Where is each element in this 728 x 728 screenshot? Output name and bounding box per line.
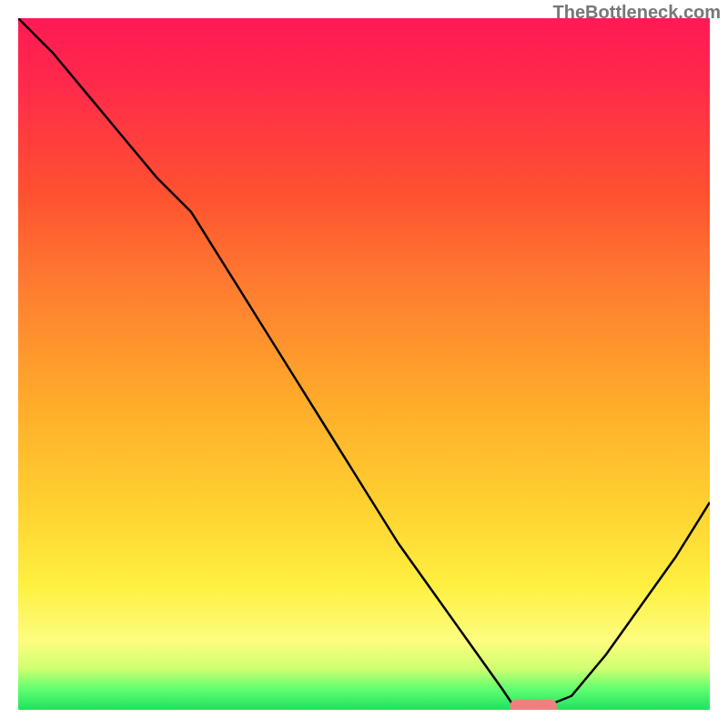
bottleneck-chart: TheBottleneck.com — [0, 0, 728, 728]
chart-svg — [18, 18, 710, 710]
bottleneck-curve — [18, 18, 710, 710]
plot-area — [18, 18, 710, 710]
